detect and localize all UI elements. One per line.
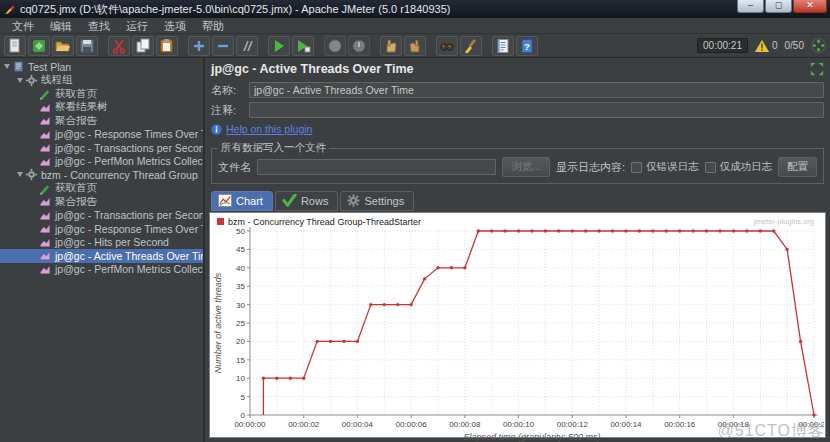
svg-text:5: 5 (240, 393, 245, 402)
tree-item-1[interactable]: 线程组 (0, 74, 203, 88)
tree-item-7[interactable]: jp@gc - PerfMon Metrics Collector (0, 155, 203, 169)
listener-icon (39, 128, 52, 141)
error-counter[interactable]: 0 (755, 40, 778, 52)
remote-stop-all-button[interactable] (404, 36, 426, 56)
svg-text:Number of active threads: Number of active threads (213, 272, 223, 373)
close-button[interactable]: ✕ (793, 0, 827, 13)
help-button[interactable]: ? (516, 36, 538, 56)
svg-text:bzm - Concurrency Thread Group: bzm - Concurrency Thread Group-ThreadSta… (228, 217, 421, 227)
tree-item-5[interactable]: jp@gc - Response Times Over Time (0, 128, 203, 142)
expander-icon[interactable] (17, 172, 23, 177)
tree-item-0[interactable]: Test Plan (0, 60, 203, 74)
log-display-label: 显示日志内容: (556, 160, 625, 175)
svg-text:00:00:10: 00:00:10 (503, 420, 535, 429)
tab-chart[interactable]: Chart (211, 191, 273, 211)
tree-item-12[interactable]: jp@gc - Response Times Over Time (0, 222, 203, 236)
start-no-pauses-button[interactable] (292, 36, 314, 56)
maximize-button[interactable]: ◻ (765, 0, 792, 13)
menu-item-1[interactable]: 编辑 (42, 18, 80, 34)
tree-item-9[interactable]: 获取首页 (0, 182, 203, 196)
remote-start-all-button[interactable] (380, 36, 402, 56)
templates-button[interactable] (28, 36, 50, 56)
expander-icon[interactable] (4, 64, 10, 69)
tree-item-10[interactable]: 聚合报告 (0, 195, 203, 209)
tree-item-3[interactable]: 察看结果树 (0, 101, 203, 115)
test-plan-icon (12, 60, 25, 73)
svg-text:35: 35 (236, 282, 245, 291)
menu-item-2[interactable]: 查找 (80, 18, 118, 34)
menu-item-0[interactable]: 文件 (4, 18, 42, 34)
tree-item-label: jp@gc - PerfMon Metrics Collector (52, 155, 205, 167)
copy-button[interactable] (132, 36, 154, 56)
help-plugin-link[interactable]: Help on this plugin (226, 123, 312, 135)
tree-item-label: Test Plan (25, 61, 71, 73)
success-only-checkbox[interactable] (705, 162, 716, 173)
menu-item-3[interactable]: 运行 (118, 18, 156, 34)
start-button[interactable] (268, 36, 290, 56)
toggle-button[interactable] (236, 36, 258, 56)
search-button[interactable] (436, 36, 458, 56)
svg-text:00:00:08: 00:00:08 (449, 420, 481, 429)
tree-item-13[interactable]: jp@gc - Hits per Second (0, 236, 203, 250)
svg-text:30: 30 (236, 301, 245, 310)
paste-icon (159, 38, 175, 54)
svg-text:?: ? (524, 40, 530, 51)
elapsed-timer: 00:00:21 (697, 38, 748, 53)
save-button[interactable] (76, 36, 98, 56)
errors-only-checkbox[interactable] (631, 162, 642, 173)
svg-text:00:00:14: 00:00:14 (610, 420, 642, 429)
clear-all-button[interactable] (460, 36, 482, 56)
tab-settings[interactable]: Settings (340, 191, 414, 211)
shutdown-button[interactable] (348, 36, 370, 56)
cut-button[interactable] (108, 36, 130, 56)
configure-button[interactable]: 配置 (778, 157, 817, 177)
tab-rows[interactable]: Rows (275, 191, 339, 211)
svg-text:00:00:16: 00:00:16 (664, 420, 696, 429)
tree-item-label: 线程组 (38, 73, 73, 87)
svg-text:25: 25 (236, 319, 245, 328)
function-helper-button[interactable] (492, 36, 514, 56)
start-icon (271, 38, 287, 54)
open-button[interactable] (52, 36, 74, 56)
listener-icon (39, 249, 52, 262)
minimize-button[interactable]: – (737, 0, 764, 13)
new-button[interactable] (4, 36, 26, 56)
comment-field[interactable] (249, 102, 824, 118)
tree-item-2[interactable]: 获取首页 (0, 87, 203, 101)
listener-icon (39, 155, 52, 168)
tree-item-4[interactable]: 聚合报告 (0, 114, 203, 128)
toolbar-separator (428, 37, 434, 55)
tree-item-11[interactable]: jp@gc - Transactions per Second (0, 209, 203, 223)
toolbar-separator (316, 37, 322, 55)
toolbar-separator (260, 37, 266, 55)
expand-all-button[interactable] (188, 36, 210, 56)
expander-icon[interactable] (17, 78, 23, 83)
svg-text:00:00:18: 00:00:18 (717, 420, 749, 429)
paste-button[interactable] (156, 36, 178, 56)
tree-item-14[interactable]: jp@gc - Active Threads Over Time (0, 249, 203, 263)
tree-item-8[interactable]: bzm - Concurrency Thread Group (0, 168, 203, 182)
toolbar-separator (180, 37, 186, 55)
svg-text:45: 45 (236, 245, 245, 254)
svg-text:10: 10 (236, 374, 245, 383)
collapse-all-button[interactable] (212, 36, 234, 56)
maximize-panel-icon[interactable] (810, 62, 824, 76)
tree-item-label: 聚合报告 (52, 195, 97, 209)
info-icon (211, 124, 222, 135)
filename-label: 文件名 (218, 160, 251, 175)
svg-text:0: 0 (240, 411, 245, 420)
stop-button[interactable] (324, 36, 346, 56)
collapse-all-icon (215, 38, 231, 54)
thread-counter: 0/50 (785, 40, 804, 51)
filename-field[interactable] (257, 159, 496, 175)
menu-item-4[interactable]: 选项 (156, 18, 194, 34)
chart-tab-icon (218, 194, 232, 207)
tree-item-15[interactable]: jp@gc - PerfMon Metrics Collector (0, 263, 203, 277)
comment-label: 注释: (211, 103, 249, 118)
menu-item-5[interactable]: 帮助 (194, 18, 232, 34)
remote-status-icon[interactable] (811, 38, 826, 53)
tree-item-6[interactable]: jp@gc - Transactions per Second (0, 141, 203, 155)
name-field[interactable] (249, 82, 824, 98)
browse-button[interactable]: 浏览... (502, 157, 550, 177)
cut-icon (111, 38, 127, 54)
